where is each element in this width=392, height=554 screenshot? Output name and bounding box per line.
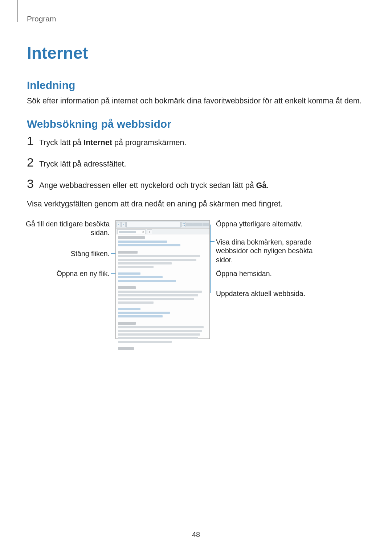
content-placeholder bbox=[118, 291, 202, 293]
callout-close-tab: Stäng fliken. bbox=[12, 249, 110, 258]
page: Program Internet Inledning Sök efter inf… bbox=[0, 0, 392, 554]
page-number: 48 bbox=[0, 530, 392, 539]
intro-body: Sök efter information på internet och bo… bbox=[27, 96, 365, 106]
content-placeholder bbox=[118, 251, 138, 254]
step-item: 2 Tryck lätt på adressfältet. bbox=[27, 156, 365, 169]
content-placeholder bbox=[118, 276, 163, 278]
content-placeholder bbox=[118, 280, 176, 282]
bookmarks-button[interactable] bbox=[193, 223, 203, 226]
content-placeholder bbox=[118, 301, 154, 304]
home-button[interactable] bbox=[186, 223, 193, 226]
address-bar[interactable] bbox=[126, 222, 181, 227]
step-text-post: . bbox=[266, 181, 269, 190]
step-text: Ange webbadressen eller ett nyckelord oc… bbox=[39, 180, 269, 191]
forward-icon[interactable]: › bbox=[121, 222, 126, 227]
callout-more: Öppna ytterligare alternativ. bbox=[216, 219, 325, 228]
after-steps-text: Visa verktygsfälten genom att dra nedåt … bbox=[27, 199, 365, 209]
content-placeholder bbox=[118, 294, 198, 296]
tab-label bbox=[119, 231, 136, 233]
content-placeholder bbox=[118, 298, 194, 300]
content-placeholder bbox=[118, 272, 140, 275]
content-placeholder bbox=[118, 236, 145, 239]
content-placeholder bbox=[118, 262, 172, 264]
step-list: 1 Tryck lätt på Internet på programskärm… bbox=[27, 135, 365, 191]
content-placeholder bbox=[118, 347, 134, 350]
content-placeholder bbox=[118, 315, 163, 317]
refresh-icon[interactable] bbox=[181, 222, 186, 227]
page-title: Internet bbox=[27, 43, 365, 63]
content-placeholder bbox=[118, 326, 204, 328]
content-spacer bbox=[118, 344, 207, 347]
content-spacer bbox=[118, 305, 207, 308]
step-item: 3 Ange webbadressen eller ett nyckelord … bbox=[27, 177, 365, 191]
content-spacer bbox=[118, 319, 207, 322]
back-icon[interactable]: ‹ bbox=[117, 222, 121, 227]
step-number: 3 bbox=[27, 177, 39, 190]
new-tab-button[interactable]: + bbox=[147, 229, 152, 234]
step-number: 1 bbox=[27, 135, 39, 147]
step-text-pre: Ange webbadressen eller ett nyckelord oc… bbox=[39, 181, 256, 190]
content-placeholder bbox=[118, 241, 167, 243]
callout-bookmarks: Visa dina bokmärken, sparade webbsidor o… bbox=[216, 238, 325, 264]
step-text: Tryck lätt på adressfältet. bbox=[39, 159, 126, 169]
margin-bar bbox=[17, 0, 18, 22]
content-placeholder bbox=[118, 322, 136, 325]
content-placeholder bbox=[118, 337, 198, 339]
step-number: 2 bbox=[27, 156, 39, 168]
step-text: Tryck lätt på Internet på programskärmen… bbox=[39, 138, 186, 148]
browser-tab[interactable]: × bbox=[117, 229, 146, 234]
content-placeholder bbox=[118, 333, 200, 336]
content-placeholder bbox=[118, 286, 136, 289]
leader-line bbox=[111, 273, 115, 274]
callout-home: Öppna hemsidan. bbox=[216, 269, 325, 278]
leader-line bbox=[210, 241, 211, 273]
callout-refresh: Uppdatera aktuell webbsida. bbox=[216, 289, 325, 298]
section-heading-search: Webbsökning på webbsidor bbox=[27, 118, 365, 130]
leader-line bbox=[210, 273, 215, 273]
section-heading-intro: Inledning bbox=[27, 79, 365, 91]
breadcrumb: Program bbox=[27, 15, 365, 23]
leader-line bbox=[210, 241, 215, 242]
refresh-glyph bbox=[182, 223, 185, 226]
step-text-bold: Gå bbox=[256, 181, 267, 190]
step-text-bold: Internet bbox=[83, 138, 112, 147]
content-placeholder bbox=[118, 259, 196, 261]
content-placeholder bbox=[118, 312, 170, 314]
step-text-pre: Tryck lätt på bbox=[39, 138, 83, 147]
step-item: 1 Tryck lätt på Internet på programskärm… bbox=[27, 135, 365, 148]
browser-toolbar: ‹ › bbox=[116, 221, 209, 229]
leader-line bbox=[111, 253, 115, 254]
step-text-post: på programskärmen. bbox=[112, 138, 186, 147]
callout-new-tab: Öppna en ny flik. bbox=[12, 269, 110, 278]
tab-strip: × + bbox=[116, 229, 209, 234]
browser-content bbox=[116, 234, 209, 353]
leader-line bbox=[210, 273, 211, 293]
callout-back: Gå till den tidigare besökta sidan. bbox=[12, 219, 110, 237]
content-spacer bbox=[118, 270, 207, 272]
content-spacer bbox=[118, 283, 207, 286]
content-placeholder bbox=[118, 266, 154, 268]
close-icon[interactable]: × bbox=[142, 230, 144, 234]
content-placeholder bbox=[118, 244, 180, 246]
leader-line bbox=[210, 293, 215, 293]
content-placeholder bbox=[118, 308, 140, 310]
content-spacer bbox=[118, 248, 207, 251]
content-placeholder bbox=[118, 341, 172, 343]
step-text-pre: Tryck lätt på adressfältet. bbox=[39, 160, 126, 168]
content-placeholder bbox=[118, 330, 202, 332]
content-placeholder bbox=[118, 255, 200, 257]
leader-line bbox=[210, 225, 211, 241]
more-button[interactable] bbox=[203, 223, 209, 226]
browser-figure: Gå till den tidigare besökta sidan. Stän… bbox=[27, 220, 365, 358]
browser-mockup: ‹ › × + bbox=[115, 220, 210, 339]
